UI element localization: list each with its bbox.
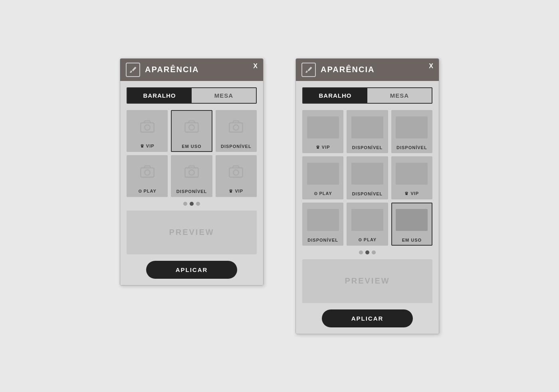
- mesa-image: [347, 111, 387, 143]
- mesa-thumbnail: [396, 209, 428, 231]
- skin-item-play-1[interactable]: ⊙ PLAY: [127, 155, 168, 197]
- mesa-image: [347, 157, 387, 189]
- skin-image: [216, 111, 256, 142]
- skin-label-vip-2: ♛ VIP: [216, 186, 256, 196]
- skin-image: [216, 156, 256, 186]
- mesa-item-play-1[interactable]: ⊙ PLAY: [302, 156, 343, 199]
- panel-body-2: BARALHO MESA ♛ VIP: [296, 81, 439, 334]
- svg-point-9: [189, 170, 194, 175]
- panels-container: APARÊNCIA X BARALHO MESA: [120, 34, 439, 358]
- mesa-item-disponivel-3[interactable]: DISPONÍVEL: [347, 156, 388, 199]
- tab-baralho-2[interactable]: BARALHO: [303, 88, 367, 103]
- tabs: BARALHO MESA: [127, 87, 257, 104]
- preview-label-2: PREVIEW: [345, 276, 390, 286]
- crown-icon-m1: ♛: [316, 145, 320, 150]
- camera-icon: [184, 164, 200, 180]
- dot-1[interactable]: [183, 202, 187, 206]
- mesa-image: [303, 203, 343, 235]
- mesa-thumbnail: [351, 163, 383, 185]
- mesa-label-play-1: ⊙ PLAY: [303, 189, 343, 199]
- dot-2[interactable]: [190, 202, 194, 206]
- crown-icon-2: ♛: [229, 189, 233, 194]
- skin-item-vip-2[interactable]: ♛ VIP: [216, 155, 257, 197]
- skin-image: [127, 111, 167, 141]
- mesa-item-vip-1[interactable]: ♛ VIP: [302, 110, 343, 153]
- mesa-image: [303, 157, 343, 189]
- skin-label-disponivel: DISPONÍVEL: [216, 142, 256, 151]
- panel-header: APARÊNCIA X: [120, 59, 263, 81]
- skin-item-vip-1[interactable]: ♛ VIP: [127, 110, 168, 152]
- svg-rect-10: [230, 168, 243, 177]
- mesa-item-play-2[interactable]: ⊙ PLAY: [347, 203, 388, 246]
- skin-item-disponivel-1[interactable]: DISPONÍVEL: [216, 110, 257, 152]
- mesa-label-em-uso: EM USO: [392, 235, 432, 245]
- brush-icon-container-2: [301, 63, 316, 77]
- mesa-item-disponivel-1[interactable]: DISPONÍVEL: [347, 110, 388, 153]
- play-icon-m1: ⊙: [314, 191, 318, 196]
- mesa-thumbnail: [307, 163, 339, 185]
- panel-title: APARÊNCIA: [145, 65, 199, 74]
- mesa-label-disponivel-2: DISPONÍVEL: [392, 143, 432, 152]
- svg-rect-4: [230, 123, 243, 132]
- mesa-thumbnail: [307, 209, 339, 231]
- svg-rect-6: [141, 168, 154, 177]
- tab-baralho[interactable]: BARALHO: [127, 88, 192, 103]
- mesa-image: [303, 111, 343, 142]
- brush-icon-container: [126, 63, 140, 77]
- skin-image: [172, 111, 211, 142]
- tab-mesa-2[interactable]: MESA: [367, 88, 432, 103]
- mesa-label-disponivel-4: DISPONÍVEL: [303, 235, 343, 245]
- svg-rect-2: [185, 123, 198, 132]
- skin-label-play: ⊙ PLAY: [127, 186, 167, 196]
- mesa-thumbnail: [396, 163, 428, 185]
- preview-label: PREVIEW: [169, 228, 214, 237]
- dot-3[interactable]: [196, 202, 200, 206]
- play-icon-m2: ⊙: [358, 237, 362, 242]
- mesa-image: [347, 203, 387, 235]
- mesa-item-disponivel-2[interactable]: DISPONÍVEL: [391, 110, 432, 153]
- pagination-dots-2: [302, 250, 432, 254]
- mesa-label-vip: ♛ VIP: [303, 142, 343, 152]
- dot-m2[interactable]: [365, 250, 369, 254]
- brush-icon-2: [305, 66, 313, 74]
- camera-icon: [228, 164, 244, 180]
- play-circle-icon: ⊙: [138, 189, 142, 194]
- svg-point-11: [234, 170, 239, 175]
- skin-image: [172, 156, 211, 187]
- skin-item-disponivel-2[interactable]: DISPONÍVEL: [171, 155, 212, 197]
- mesa-thumbnail: [351, 209, 383, 231]
- tabs-2: BARALHO MESA: [302, 87, 432, 104]
- mesa-item-disponivel-4[interactable]: DISPONÍVEL: [302, 203, 343, 246]
- svg-point-1: [145, 125, 150, 130]
- apply-button[interactable]: APLICAR: [146, 261, 237, 279]
- crown-icon-m2: ♛: [404, 191, 409, 196]
- mesa-skins-grid: ♛ VIP DISPONÍVEL: [302, 110, 432, 246]
- mesa-image: [392, 157, 432, 189]
- mesa-image: [392, 111, 432, 143]
- tab-mesa[interactable]: MESA: [192, 88, 256, 103]
- mesa-label-vip-2: ♛ VIP: [392, 189, 432, 199]
- close-button-2[interactable]: X: [429, 63, 433, 70]
- dot-m1[interactable]: [359, 250, 363, 254]
- close-button[interactable]: X: [253, 63, 258, 70]
- camera-icon: [184, 119, 200, 135]
- skin-item-em-uso[interactable]: EM USO: [171, 110, 212, 152]
- dot-m3[interactable]: [372, 250, 376, 254]
- mesa-label-disponivel-1: DISPONÍVEL: [347, 143, 387, 152]
- panel-header-2: APARÊNCIA X: [296, 59, 439, 81]
- mesa-item-em-uso[interactable]: EM USO: [391, 203, 432, 246]
- skin-label-disponivel-2: DISPONÍVEL: [172, 187, 211, 196]
- preview-area: PREVIEW: [127, 211, 257, 254]
- svg-rect-8: [185, 168, 198, 177]
- mesa-item-vip-2[interactable]: ♛ VIP: [391, 156, 432, 199]
- mesa-thumbnail: [307, 116, 339, 138]
- baralho-panel: APARÊNCIA X BARALHO MESA: [120, 58, 264, 286]
- panel-title-2: APARÊNCIA: [321, 65, 375, 74]
- svg-point-3: [189, 125, 194, 130]
- apply-button-2[interactable]: APLICAR: [322, 309, 413, 327]
- camera-icon: [228, 119, 244, 135]
- skin-label-vip: ♛ VIP: [127, 141, 167, 151]
- skins-grid: ♛ VIP EM USO: [127, 110, 257, 197]
- mesa-thumbnail: [396, 116, 428, 138]
- svg-rect-0: [141, 123, 154, 132]
